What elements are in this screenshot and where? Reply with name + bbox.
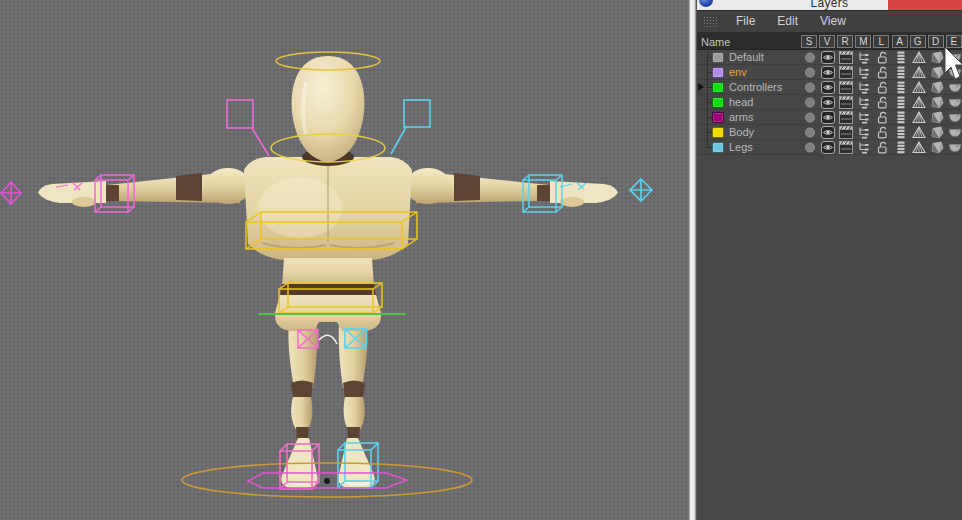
left-shoulder-callout[interactable]	[227, 100, 269, 156]
render-clapper-icon[interactable]	[839, 141, 853, 154]
manager-icon[interactable]	[857, 66, 871, 79]
layer-row-arms[interactable]: arms	[697, 110, 962, 125]
layer-row-body[interactable]: Body	[697, 125, 962, 140]
layer-name-label[interactable]: env	[729, 66, 747, 78]
deformer-gem-icon[interactable]	[930, 66, 944, 79]
animation-bars-icon[interactable]	[894, 111, 908, 124]
right-null-diamond[interactable]	[630, 179, 652, 201]
lock-icon[interactable]	[875, 126, 889, 139]
solo-toggle-icon[interactable]	[803, 126, 817, 139]
layer-color-swatch[interactable]	[712, 127, 724, 138]
visibility-eye-icon[interactable]	[821, 51, 835, 64]
deformer-gem-icon[interactable]	[930, 126, 944, 139]
layer-row-legs[interactable]: Legs	[697, 140, 962, 155]
solo-toggle-icon[interactable]	[803, 66, 817, 79]
generator-pyramid-icon[interactable]	[912, 111, 926, 124]
visibility-eye-icon[interactable]	[821, 96, 835, 109]
mannequin-figure[interactable]	[38, 56, 618, 488]
visibility-eye-icon[interactable]	[821, 141, 835, 154]
animation-bars-icon[interactable]	[894, 51, 908, 64]
visibility-eye-icon[interactable]	[821, 81, 835, 94]
deformer-gem-icon[interactable]	[930, 81, 944, 94]
layer-row-head[interactable]: head	[697, 95, 962, 110]
layer-name-label[interactable]: Legs	[729, 141, 753, 153]
layer-row-env[interactable]: env	[697, 65, 962, 80]
left-wrist-joint	[105, 185, 119, 201]
viewport-3d[interactable]	[0, 0, 690, 520]
manager-icon[interactable]	[857, 81, 871, 94]
generator-pyramid-icon[interactable]	[912, 96, 926, 109]
visibility-eye-icon[interactable]	[821, 66, 835, 79]
render-clapper-icon[interactable]	[839, 111, 853, 124]
lock-icon[interactable]	[875, 111, 889, 124]
expression-dome-icon[interactable]	[948, 96, 962, 109]
deformer-gem-icon[interactable]	[930, 141, 944, 154]
layer-color-swatch[interactable]	[712, 97, 724, 108]
layer-row-default[interactable]: Default	[697, 50, 962, 65]
solo-toggle-icon[interactable]	[803, 51, 817, 64]
panel-splitter[interactable]	[688, 0, 697, 520]
column-header-s: S	[801, 35, 817, 48]
close-button[interactable]	[888, 0, 962, 10]
expression-dome-icon[interactable]	[948, 126, 962, 139]
expression-dome-icon[interactable]	[948, 81, 962, 94]
animation-bars-icon[interactable]	[894, 81, 908, 94]
animation-bars-icon[interactable]	[894, 96, 908, 109]
expression-dome-icon[interactable]	[948, 141, 962, 154]
layer-name-label[interactable]: head	[729, 96, 753, 108]
animation-bars-icon[interactable]	[894, 66, 908, 79]
menu-view[interactable]: View	[809, 11, 857, 32]
solo-toggle-icon[interactable]	[803, 81, 817, 94]
layer-name-label[interactable]: arms	[729, 111, 753, 123]
generator-pyramid-icon[interactable]	[912, 81, 926, 94]
render-clapper-icon[interactable]	[839, 66, 853, 79]
mannequin-scene	[0, 0, 690, 520]
animation-bars-icon[interactable]	[894, 126, 908, 139]
layer-row-controllers[interactable]: Controllers	[697, 80, 962, 95]
lock-icon[interactable]	[875, 81, 889, 94]
menu-file[interactable]: File	[725, 11, 766, 32]
column-header-a: A	[892, 35, 908, 48]
render-clapper-icon[interactable]	[839, 51, 853, 64]
drag-grip-icon[interactable]	[703, 16, 719, 28]
render-clapper-icon[interactable]	[839, 96, 853, 109]
manager-icon[interactable]	[857, 126, 871, 139]
layer-color-swatch[interactable]	[712, 82, 724, 93]
animation-bars-icon[interactable]	[894, 141, 908, 154]
manager-icon[interactable]	[857, 141, 871, 154]
deformer-gem-icon[interactable]	[930, 51, 944, 64]
layer-color-swatch[interactable]	[712, 112, 724, 123]
solo-toggle-icon[interactable]	[803, 111, 817, 124]
generator-pyramid-icon[interactable]	[912, 66, 926, 79]
panel-titlebar[interactable]: Layers	[697, 0, 962, 10]
lock-icon[interactable]	[875, 66, 889, 79]
left-null-diamond[interactable]	[1, 182, 21, 204]
manager-icon[interactable]	[857, 51, 871, 64]
solo-toggle-icon[interactable]	[803, 141, 817, 154]
deformer-gem-icon[interactable]	[930, 96, 944, 109]
layer-name-label[interactable]: Controllers	[729, 81, 782, 93]
right-shoulder-callout[interactable]	[391, 100, 430, 154]
generator-pyramid-icon[interactable]	[912, 141, 926, 154]
manager-icon[interactable]	[857, 96, 871, 109]
layer-color-swatch[interactable]	[712, 67, 724, 78]
expression-dome-icon[interactable]	[948, 111, 962, 124]
layer-color-swatch[interactable]	[712, 52, 724, 63]
generator-pyramid-icon[interactable]	[912, 126, 926, 139]
menu-edit[interactable]: Edit	[766, 11, 809, 32]
deformer-gem-icon[interactable]	[930, 111, 944, 124]
expand-arrow-icon[interactable]	[698, 83, 704, 91]
lock-icon[interactable]	[875, 51, 889, 64]
generator-pyramid-icon[interactable]	[912, 51, 926, 64]
render-clapper-icon[interactable]	[839, 81, 853, 94]
layer-name-label[interactable]: Body	[729, 126, 754, 138]
visibility-eye-icon[interactable]	[821, 111, 835, 124]
layer-name-label[interactable]: Default	[729, 51, 764, 63]
layer-color-swatch[interactable]	[712, 142, 724, 153]
lock-icon[interactable]	[875, 141, 889, 154]
render-clapper-icon[interactable]	[839, 126, 853, 139]
visibility-eye-icon[interactable]	[821, 126, 835, 139]
manager-icon[interactable]	[857, 111, 871, 124]
solo-toggle-icon[interactable]	[803, 96, 817, 109]
lock-icon[interactable]	[875, 96, 889, 109]
